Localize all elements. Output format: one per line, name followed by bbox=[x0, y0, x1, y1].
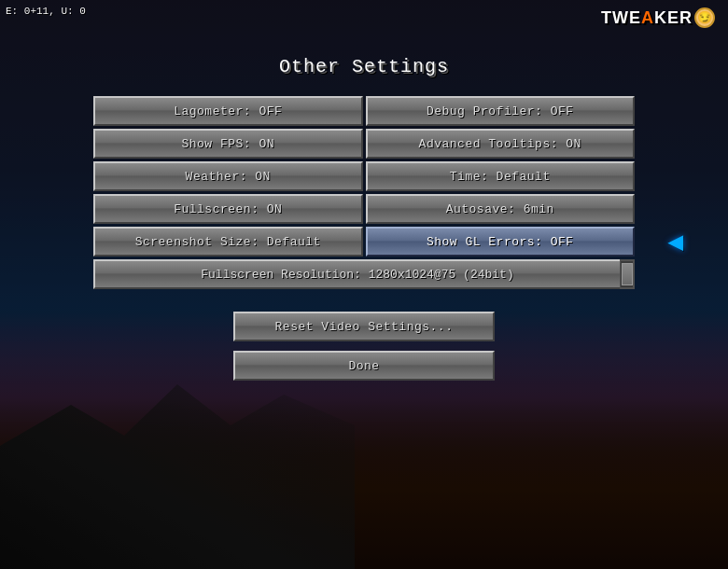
time-button[interactable]: Time: Default bbox=[366, 161, 636, 191]
scrollbar-track[interactable] bbox=[620, 259, 635, 289]
debug-profiler-button[interactable]: Debug Profiler: OFF bbox=[366, 96, 636, 126]
fullscreen-resolution-button[interactable]: Fullscreen Resolution: 1280x1024@75 (24b… bbox=[93, 259, 620, 289]
settings-row-3: Weather: ON Time: Default bbox=[93, 161, 635, 191]
settings-row-1: Lagometer: OFF Debug Profiler: OFF bbox=[93, 96, 635, 126]
reset-video-settings-button[interactable]: Reset Video Settings... bbox=[233, 312, 495, 341]
settings-grid: Lagometer: OFF Debug Profiler: OFF Show … bbox=[93, 96, 635, 289]
done-button[interactable]: Done bbox=[233, 351, 495, 381]
fullscreen-button[interactable]: Fullscreen: ON bbox=[93, 194, 363, 224]
tweaker-face-icon: 😏 bbox=[694, 7, 715, 28]
screenshot-size-button[interactable]: Screenshot Size: Default bbox=[93, 227, 363, 257]
advanced-tooltips-button[interactable]: Advanced Tooltips: ON bbox=[366, 129, 636, 159]
blue-arrow-icon: ◀ bbox=[667, 226, 683, 257]
debug-info: E: 0+11, U: 0 bbox=[6, 6, 86, 17]
tweaker-logo-text: TweAKER bbox=[601, 8, 693, 28]
bottom-buttons: Reset Video Settings... Done bbox=[93, 312, 635, 381]
weather-button[interactable]: Weather: ON bbox=[93, 161, 363, 191]
settings-row-5: Screenshot Size: Default Show GL Errors:… bbox=[93, 227, 635, 257]
settings-row-4: Fullscreen: ON Autosave: 6min bbox=[93, 194, 635, 224]
tweaker-logo: TweAKER 😏 bbox=[601, 7, 715, 28]
settings-row-2: Show FPS: ON Advanced Tooltips: ON bbox=[93, 129, 635, 159]
scrollbar-thumb[interactable] bbox=[622, 263, 633, 285]
show-fps-button[interactable]: Show FPS: ON bbox=[93, 129, 363, 159]
lagometer-button[interactable]: Lagometer: OFF bbox=[93, 96, 363, 126]
resolution-row: Fullscreen Resolution: 1280x1024@75 (24b… bbox=[93, 259, 635, 289]
autosave-button[interactable]: Autosave: 6min bbox=[366, 194, 636, 224]
show-gl-errors-button[interactable]: Show GL Errors: OFF bbox=[366, 227, 636, 257]
arrow-indicator: ◀ bbox=[660, 226, 683, 257]
page-title: Other Settings bbox=[279, 56, 449, 77]
settings-panel: Other Settings Lagometer: OFF Debug Prof… bbox=[93, 56, 635, 381]
